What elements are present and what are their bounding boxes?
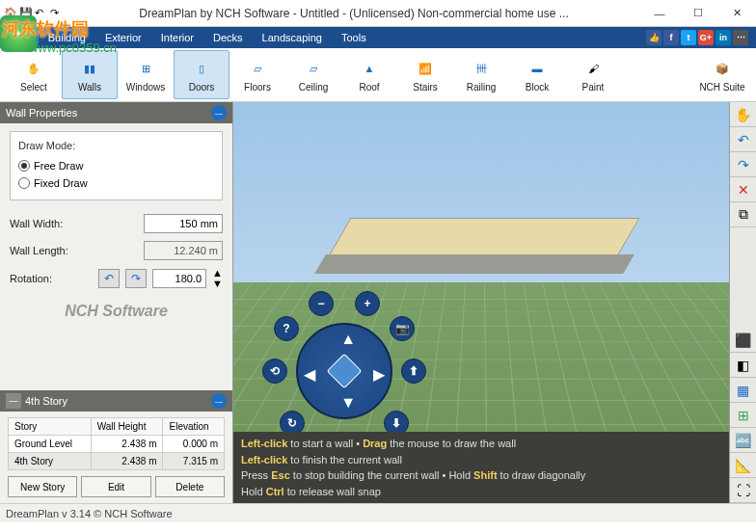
table-row[interactable]: 4th Story2.438 m7.315 m [9, 453, 225, 470]
tool-floors[interactable]: ▱Floors [230, 50, 285, 99]
nav-pan-left[interactable]: ◀ [304, 365, 315, 384]
menu-decks[interactable]: Decks [203, 30, 253, 45]
delete-tool-icon[interactable]: ✕ [730, 177, 756, 202]
toolbar: ✋Select ▮▮Walls ⊞Windows ▯Doors ▱Floors … [0, 48, 756, 102]
grid-toggle-icon[interactable]: ⊞ [730, 403, 756, 428]
radio-free-draw[interactable]: Free Draw [18, 157, 214, 174]
copy-tool-icon[interactable]: ⧉ [730, 202, 756, 227]
labels-icon[interactable]: 🔤 [730, 428, 756, 453]
pan-tool-icon[interactable]: ✋ [730, 102, 756, 127]
menu-interior[interactable]: Interior [151, 30, 203, 45]
undo-tool-icon[interactable]: ↶ [730, 127, 756, 152]
draw-mode-label: Draw Mode: [18, 140, 214, 151]
measure-icon[interactable]: 📐 [730, 453, 756, 478]
status-text: DreamPlan v 3.14 © NCH Software [6, 508, 173, 519]
zoom-fit-icon[interactable]: ⛶ [730, 478, 756, 503]
nav-orbit-button[interactable]: ⟲ [262, 359, 287, 384]
nav-pan-down[interactable]: ▼ [340, 394, 356, 412]
story-title: 4th Story [25, 395, 68, 407]
tool-walls[interactable]: ▮▮Walls [62, 50, 118, 99]
gplus-icon[interactable]: G+ [698, 30, 714, 45]
navigation-widget: − + ? 📷 ⟲ ⬆ ↻ ⬇ ▲ ▼ ◀ ▶ [262, 289, 426, 453]
twitter-icon[interactable]: t [681, 30, 696, 45]
collapse-icon[interactable]: — [211, 105, 227, 120]
sidebar: Wall Properties — Draw Mode: Free Draw F… [0, 102, 233, 503]
story-table: StoryWall HeightElevation Ground Level2.… [8, 417, 225, 470]
tool-roof[interactable]: ▲Roof [341, 50, 397, 99]
delete-story-button[interactable]: Delete [155, 476, 225, 497]
nav-up-arrow-button[interactable]: ⬆ [401, 359, 426, 384]
tool-block[interactable]: ▬Block [509, 50, 565, 99]
story-collapse-icon[interactable]: — [211, 393, 227, 409]
nav-ring[interactable]: ▲ ▼ ◀ ▶ [296, 323, 392, 419]
tool-ceiling[interactable]: ▱Ceiling [285, 50, 341, 99]
nav-pan-right[interactable]: ▶ [373, 365, 385, 384]
new-story-button[interactable]: New Story [8, 476, 77, 497]
wall-properties-header[interactable]: Wall Properties — [0, 102, 232, 123]
floor-slab [310, 218, 638, 295]
nav-minus-button[interactable]: − [309, 291, 334, 316]
share-icon[interactable]: ⋯ [733, 30, 748, 45]
col-wall-height[interactable]: Wall Height [91, 418, 163, 436]
tool-doors[interactable]: ▯Doors [174, 50, 230, 99]
tool-windows[interactable]: ⊞Windows [118, 50, 174, 99]
minimize-button[interactable]: — [640, 0, 679, 27]
expand-icon[interactable]: — [6, 393, 21, 409]
wall-width-input[interactable] [144, 214, 223, 233]
rotation-down[interactable]: ▼ [212, 279, 223, 289]
tool-railing[interactable]: 卌Railing [453, 50, 509, 99]
nav-help-button[interactable]: ? [274, 316, 299, 341]
rotate-ccw-button[interactable]: ↶ [98, 269, 120, 288]
watermark-url: www.pc0359.cn [29, 40, 117, 55]
statusbar: DreamPlan v 3.14 © NCH Software [0, 503, 756, 522]
menu-landscaping[interactable]: Landscaping [253, 30, 332, 45]
view-3d-icon[interactable]: ⬛ [730, 328, 756, 353]
view-2d-icon[interactable]: ▦ [730, 378, 756, 403]
redo-tool-icon[interactable]: ↷ [730, 152, 756, 177]
tool-paint[interactable]: 🖌Paint [565, 50, 621, 99]
story-panel-header[interactable]: — 4th Story — [0, 390, 232, 412]
watermark-text: 河东软件园 [2, 17, 89, 40]
view-iso-icon[interactable]: ◧ [730, 353, 756, 378]
wall-length-input [144, 241, 223, 260]
col-story[interactable]: Story [9, 418, 92, 436]
maximize-button[interactable]: ☐ [679, 0, 717, 27]
nav-pan-up[interactable]: ▲ [340, 331, 356, 348]
hint-bar: Left-click to start a wall • Drag the mo… [233, 432, 729, 503]
tool-select[interactable]: ✋Select [6, 50, 62, 99]
rotate-cw-button[interactable]: ↷ [125, 269, 147, 288]
rotation-input[interactable] [152, 269, 206, 288]
facebook-icon[interactable]: f [663, 30, 679, 45]
draw-mode-group: Draw Mode: Free Draw Fixed Draw [10, 131, 223, 200]
viewport-3d[interactable]: − + ? 📷 ⟲ ⬆ ↻ ⬇ ▲ ▼ ◀ ▶ Left-click to st… [233, 102, 729, 503]
nav-center-button[interactable] [327, 354, 363, 389]
like-icon[interactable]: 👍 [646, 30, 662, 45]
wall-length-label: Wall Length: [10, 245, 138, 256]
wall-width-label: Wall Width: [10, 218, 138, 229]
right-toolbar: ✋ ↶ ↷ ✕ ⧉ ⬛ ◧ ▦ ⊞ 🔤 📐 ⛶ [729, 102, 756, 503]
rotation-label: Rotation: [10, 273, 93, 284]
panel-title: Wall Properties [6, 107, 77, 119]
linkedin-icon[interactable]: in [716, 30, 731, 45]
tool-nch-suite[interactable]: 📦NCH Suite [694, 50, 750, 99]
nch-logo: NCH Software [10, 293, 223, 330]
menu-tools[interactable]: Tools [332, 30, 376, 45]
window-title: DreamPlan by NCH Software - Untitled - (… [68, 7, 640, 20]
close-button[interactable]: ✕ [717, 0, 756, 27]
tool-stairs[interactable]: 📶Stairs [397, 50, 453, 99]
table-row[interactable]: Ground Level2.438 m0.000 m [9, 436, 225, 453]
nav-plus-button[interactable]: + [355, 291, 380, 316]
nav-camera-button[interactable]: 📷 [390, 316, 415, 341]
radio-fixed-draw[interactable]: Fixed Draw [18, 174, 214, 192]
titlebar: 🏠 💾 ↶ ↷ DreamPlan by NCH Software - Unti… [0, 0, 756, 27]
col-elevation[interactable]: Elevation [163, 418, 225, 436]
edit-story-button[interactable]: Edit [81, 476, 150, 497]
